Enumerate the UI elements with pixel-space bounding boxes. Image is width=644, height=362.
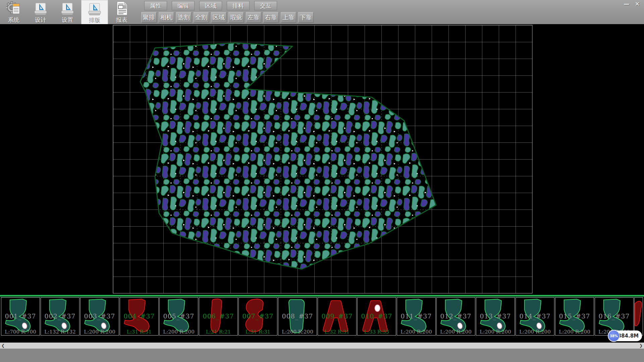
gear-doc-icon <box>6 2 19 14</box>
scroll-left-arrow-icon[interactable]: ❮ <box>0 343 6 349</box>
piece-id-label: 006_#37 <box>199 312 237 320</box>
report-doc-icon <box>114 1 129 16</box>
mode-button-5[interactable]: 报表 <box>109 0 135 24</box>
piece-lr-count: L:200 R:200 <box>555 329 594 335</box>
mode-button-3[interactable]: 设置 <box>54 0 80 24</box>
piece-id-label: 016_#37 <box>595 312 633 320</box>
piece-id-label: 011_#37 <box>397 312 435 320</box>
thumbnail-cell-010_#37[interactable]: 010_#37L:33 R:33 <box>357 297 396 336</box>
gear-doc-icon <box>6 1 21 16</box>
tool-button-6[interactable]: 瑕疵 <box>228 12 244 23</box>
strip-divider-line <box>0 295 644 296</box>
piece-thumbnail-strip: 001_#37L:700 R:700002_#37L:132 R:132003_… <box>0 295 644 343</box>
thumbnail-cell-001_#37[interactable]: 001_#37L:700 R:700 <box>1 297 40 336</box>
tool-button-2[interactable]: 相机 <box>159 12 174 23</box>
piece-lr-count: L:200 R:200 <box>278 329 317 335</box>
piece-lr-count: L:200 R:200 <box>476 329 515 335</box>
piece-id-label: 002_#37 <box>41 312 79 320</box>
tool-button-9[interactable]: 上靠 <box>281 12 296 23</box>
piece-id-label: 014_#37 <box>516 312 554 320</box>
status-bar <box>0 349 644 362</box>
nesting-app-window: 系统设计设置排版报表 属性编辑区域排料交互 聚排相机选割全割区域瑕疵左靠右靠上靠… <box>0 0 644 362</box>
report-doc-icon <box>117 2 127 15</box>
piece-lr-count: L:200 R:200 <box>437 329 475 335</box>
mode-button-label: 设计 <box>35 16 46 24</box>
piece-lr-count: L:21 R:21 <box>199 329 237 335</box>
nesting-canvas[interactable] <box>0 24 644 295</box>
menu-tab-1[interactable]: 属性 <box>144 1 167 10</box>
minimize-button[interactable]: — <box>621 0 632 8</box>
hide-layout-svg <box>0 24 644 295</box>
close-button[interactable]: ✕ <box>632 0 643 8</box>
thumbnail-cell-003_#37[interactable]: 003_#37L:200 R:200 <box>80 297 119 336</box>
thumbnail-cell-004_#37[interactable]: 004_#37L:31 R:31 <box>120 297 159 336</box>
piece-id-label: 013_#37 <box>476 312 515 320</box>
set-square-icon <box>89 3 101 15</box>
piece-lr-count: L:31 R:31 <box>239 329 277 335</box>
thumbnail-cell-012_#37[interactable]: 012_#37L:200 R:200 <box>436 297 475 336</box>
menu-tab-4[interactable]: 排料 <box>227 1 250 10</box>
thumbnail-list: 001_#37L:700 R:700002_#37L:132 R:132003_… <box>1 297 644 336</box>
thumbnail-cell-005_#37[interactable]: 005_#37L:200 R:200 <box>159 297 198 336</box>
menu-tab-3[interactable]: 区域 <box>199 1 222 10</box>
scroll-right-arrow-icon[interactable]: ❯ <box>638 343 644 349</box>
toolbar: 系统设计设置排版报表 属性编辑区域排料交互 聚排相机选割全割区域瑕疵左靠右靠上靠… <box>0 0 644 24</box>
mode-button-label: 系统 <box>8 16 19 24</box>
piece-id-label: 012_#37 <box>437 312 475 320</box>
thumbnail-cell-009_#37[interactable]: 009_#37L:32 R:31 <box>318 297 357 336</box>
menu-tab-row: 属性编辑区域排料交互 <box>144 1 277 10</box>
thumbnail-cell-013_#37[interactable]: 013_#37L:200 R:200 <box>476 297 515 336</box>
mode-button-2[interactable]: 设计 <box>28 0 54 24</box>
mode-button-label: 报表 <box>116 16 127 24</box>
thumbnail-cell-011_#37[interactable]: 011_#37L:200 R:200 <box>397 297 436 336</box>
memory-usage-value: 384.8M <box>618 333 639 339</box>
mode-button-4[interactable]: 排版 <box>81 0 108 25</box>
thumbnail-cell-015_#37[interactable]: 015_#37L:200 R:200 <box>555 297 594 336</box>
tool-button-3[interactable]: 选割 <box>176 12 192 23</box>
menu-tab-2[interactable]: 编辑 <box>172 1 195 10</box>
tool-button-5[interactable]: 区域 <box>211 12 226 23</box>
piece-lr-count: L:33 R:33 <box>358 329 396 335</box>
set-square-icon <box>87 1 102 16</box>
tool-button-10[interactable]: 下靠 <box>298 12 314 23</box>
piece-thumbnail-shape <box>635 298 643 335</box>
mode-button-label: 设置 <box>62 16 73 24</box>
piece-lr-count: L:200 R:200 <box>516 329 554 335</box>
piece-lr-count: L:700 R:700 <box>1 329 40 335</box>
piece-id-label: 010_#37 <box>358 312 396 320</box>
piece-id-label: 003_#37 <box>80 312 119 320</box>
main-mode-buttons: 系统设计设置排版报表 <box>1 0 136 24</box>
set-square-icon <box>61 3 73 15</box>
tool-button-4[interactable]: 全割 <box>194 12 209 23</box>
tool-button-1[interactable]: 聚排 <box>141 12 157 23</box>
piece-id-label: 015_#37 <box>555 312 594 320</box>
set-square-icon <box>60 1 75 16</box>
horizontal-scrollbar[interactable]: ❮ ❯ <box>0 343 644 349</box>
thumbnail-cell-007_#37[interactable]: 007_#37L:31 R:31 <box>238 297 277 336</box>
piece-id-label: 008_#37 <box>278 312 317 320</box>
piece-lr-count: L:200 R:200 <box>397 329 435 335</box>
piece-lr-count: L:32 R:31 <box>318 329 356 335</box>
mode-button-1[interactable]: 系统 <box>1 0 27 24</box>
menu-tab-5[interactable]: 交互 <box>254 1 277 10</box>
tool-button-8[interactable]: 右靠 <box>263 12 279 23</box>
piece-lr-count: L:200 R:200 <box>80 329 119 335</box>
piece-id-label: 001_#37 <box>1 312 40 320</box>
tool-button-7[interactable]: 左靠 <box>246 12 261 23</box>
window-controls: — ✕ <box>621 0 643 8</box>
set-square-icon <box>33 1 48 16</box>
strip-divider-line-2 <box>0 296 644 297</box>
piece-lr-count: L:31 R:31 <box>120 329 158 335</box>
piece-lr-count: L:200 R:200 <box>160 329 198 335</box>
set-square-icon <box>35 3 47 15</box>
thumbnail-cell-002_#37[interactable]: 002_#37L:132 R:132 <box>41 297 79 336</box>
piece-id-label: 004_#37 <box>120 312 158 320</box>
thumbnail-cell-008_#37[interactable]: 008_#37L:200 R:200 <box>278 297 317 336</box>
tool-button-row: 聚排相机选割全割区域瑕疵左靠右靠上靠下靠 <box>141 12 314 23</box>
piece-id-label: 007_#37 <box>239 312 277 320</box>
thumbnail-cell-006_#37[interactable]: 006_#37L:21 R:21 <box>199 297 238 336</box>
thumbnail-cell-014_#37[interactable]: 014_#37L:200 R:200 <box>516 297 554 336</box>
piece-lr-count: L:132 R:132 <box>41 329 79 335</box>
thumbnail-cell-partial[interactable] <box>634 297 643 336</box>
performance-percent-badge[interactable]: 38% <box>608 330 620 342</box>
